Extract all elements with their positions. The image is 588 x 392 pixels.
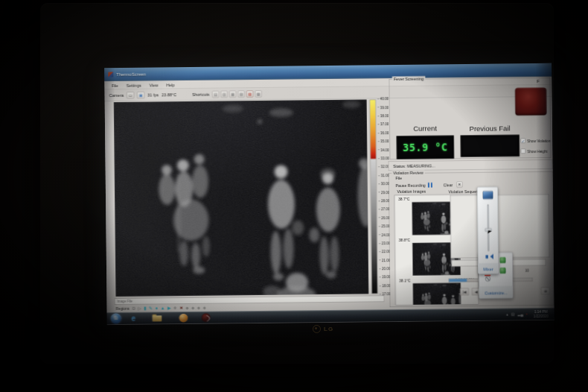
- violation-review-panel: Violation Review File Pause Recording Cl…: [389, 171, 555, 307]
- polygon-tool-icon[interactable]: ▲: [161, 305, 165, 311]
- menu-item[interactable]: Settings: [122, 80, 145, 89]
- system-tray: ▴▤▂▄▪: [506, 312, 527, 317]
- show-violation-checkbox[interactable]: ✓: [521, 139, 525, 143]
- pencil-tool-icon[interactable]: ✎: [149, 305, 153, 311]
- scale-tick-label: 37.00: [380, 122, 389, 126]
- violation-images-label: Violation Images: [397, 189, 426, 193]
- tray-app-icon-1[interactable]: [499, 257, 505, 263]
- skip-start-button[interactable]: |◀: [460, 288, 469, 296]
- mixer-band: Mixer: [478, 263, 498, 274]
- camera-on-button[interactable]: ▣: [137, 92, 144, 98]
- shortcut-icon-3[interactable]: ▦: [229, 91, 236, 98]
- thermal-image: [114, 100, 368, 297]
- fps-value: 31 fps: [147, 92, 159, 97]
- scale-tick-label: 39.00: [380, 106, 389, 110]
- tray-app-icon-2[interactable]: [500, 268, 506, 274]
- pause-recording-label: Pause Recording: [395, 183, 425, 187]
- fever-screening-panel: Fever Screening F Current 35.9 °C Previo…: [389, 78, 551, 159]
- hidden-icons-chevron-icon[interactable]: ▴: [506, 312, 508, 317]
- shortcut-icon-1[interactable]: ▤: [212, 91, 219, 98]
- shortcut-icon-6[interactable]: ▩: [255, 90, 262, 97]
- select-tool-icon[interactable]: D: [132, 305, 135, 311]
- mouse-cursor-icon: ◤: [488, 229, 492, 235]
- monitor-brand-logo: LG: [313, 325, 333, 333]
- muted-speaker-icon[interactable]: [485, 276, 491, 282]
- shortcut-icon-2[interactable]: ▥: [221, 91, 228, 98]
- status-text: Status: MEASURING...: [393, 163, 435, 168]
- internet-explorer-icon[interactable]: e: [129, 314, 138, 323]
- timeline-min-label: 1: [456, 271, 458, 274]
- delete-region-icon[interactable]: ✖: [179, 305, 183, 311]
- pause-clear-row: Pause Recording Clear ✖: [395, 182, 462, 189]
- lg-brand-text: LG: [324, 326, 333, 332]
- pinned-app-icon[interactable]: [202, 313, 211, 322]
- show-height-label: Show Height: [527, 149, 547, 154]
- explorer-folder-icon[interactable]: [153, 315, 162, 321]
- scale-tick-label: 35.00: [380, 139, 389, 143]
- timeline-progress: [449, 279, 467, 282]
- shortcut-icon-4[interactable]: ▧: [238, 90, 245, 97]
- marker-icon-2[interactable]: ◆: [191, 304, 194, 310]
- customize-link[interactable]: Customize...: [485, 290, 508, 294]
- scale-tick-label: 33.00: [380, 157, 389, 160]
- monitor-bezel: ThermoScreen FileSettingsViewHelp Camera…: [40, 3, 554, 364]
- sequence-file-label: File: [443, 262, 449, 266]
- temperature-scale-bar: [370, 99, 378, 294]
- alert-tray-icon[interactable]: ▪: [526, 312, 528, 317]
- fever-panel-title: Fever Screening: [392, 76, 425, 80]
- show-violation-label: Show Violation: [527, 139, 550, 143]
- add-region-icon[interactable]: ✚: [173, 305, 177, 311]
- thermal-live-view[interactable]: [114, 99, 369, 297]
- show-violation-row: ✓ Show Violation: [521, 138, 551, 142]
- violation-sequence-box[interactable]: [450, 194, 550, 258]
- regions-label: Regions: [116, 306, 130, 311]
- marker-icon-4[interactable]: ◆: [203, 304, 206, 310]
- start-button[interactable]: ⊞: [111, 313, 121, 323]
- display-tray-icon[interactable]: ▤: [511, 312, 515, 317]
- check-icon: ✓: [522, 139, 525, 143]
- current-temperature-value: 35.9 °C: [403, 142, 448, 154]
- show-height-checkbox[interactable]: [521, 149, 525, 154]
- show-height-row: Show Height: [521, 148, 547, 153]
- scale-tick-label: 36.00: [380, 131, 389, 135]
- previous-fail-display: [461, 135, 520, 157]
- ambient-temp-value: 23.88°C: [162, 92, 176, 97]
- play-tool-icon[interactable]: ▷: [138, 305, 141, 311]
- violation-file-menu[interactable]: File: [395, 175, 402, 180]
- menu-item[interactable]: View: [145, 80, 162, 89]
- clear-label: Clear: [444, 183, 453, 187]
- mixer-link[interactable]: Mixer: [483, 266, 493, 271]
- status-bar: Status: MEASURING...: [389, 159, 553, 171]
- violation-temp: 38.8°C: [399, 238, 410, 242]
- violation-temp: 38.7°C: [398, 197, 409, 201]
- volume-popup: ◤ Mixer: [477, 187, 499, 274]
- media-player-icon[interactable]: [179, 314, 188, 323]
- pause-recording-icon[interactable]: [428, 183, 432, 188]
- app-icon: [108, 72, 113, 77]
- customize-band: Customize...: [479, 286, 513, 298]
- shortcut-icon-5[interactable]: ▨: [246, 90, 253, 97]
- scale-tick-label: 40.00: [380, 97, 389, 101]
- menu-item[interactable]: Help: [162, 80, 179, 89]
- violation-review-title: Violation Review: [392, 170, 425, 174]
- taskbar-clock[interactable]: 1:14 PM 1/22/2020: [529, 309, 553, 318]
- ellipse-tool-icon[interactable]: ●: [155, 305, 158, 311]
- clear-icon[interactable]: ✖: [456, 182, 462, 188]
- loop-button[interactable]: ⊕: [541, 287, 550, 294]
- audio-device-icon: [482, 191, 493, 199]
- network-tray-icon[interactable]: ▂▄: [517, 312, 523, 317]
- timeline-max-label: 10: [525, 269, 529, 273]
- fail-indicator-lamp: [515, 87, 546, 115]
- rect-tool-icon[interactable]: ▮: [144, 305, 146, 311]
- current-temperature-display: 35.9 °C: [397, 136, 454, 159]
- menu-item[interactable]: File: [107, 81, 122, 89]
- marker-icon-1[interactable]: ◆: [185, 304, 188, 310]
- screen: ThermoScreen FileSettingsViewHelp Camera…: [104, 63, 555, 325]
- marker-icon-3[interactable]: ◆: [197, 304, 200, 310]
- camera-label: Camera: [109, 93, 124, 98]
- window-title: ThermoScreen: [116, 72, 146, 77]
- speaker-icon[interactable]: [485, 255, 488, 259]
- arrow-tool-icon[interactable]: ▶: [167, 305, 171, 311]
- camera-off-button[interactable]: ▭: [127, 92, 134, 98]
- volume-popup-pointer: [485, 275, 490, 276]
